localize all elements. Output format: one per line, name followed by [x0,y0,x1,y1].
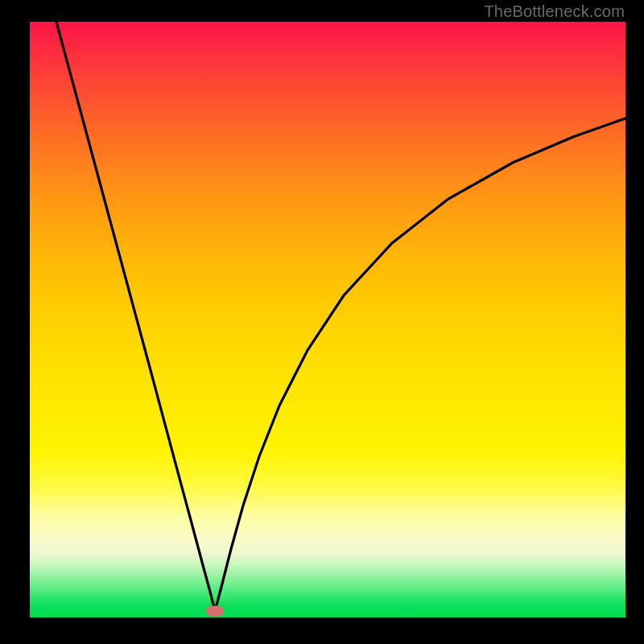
watermark-text: TheBottleneck.com [484,2,625,21]
optimal-point-marker [206,606,224,617]
plot-area [30,22,625,617]
bottleneck-curve [30,22,625,617]
chart-frame: TheBottleneck.com [0,0,644,644]
